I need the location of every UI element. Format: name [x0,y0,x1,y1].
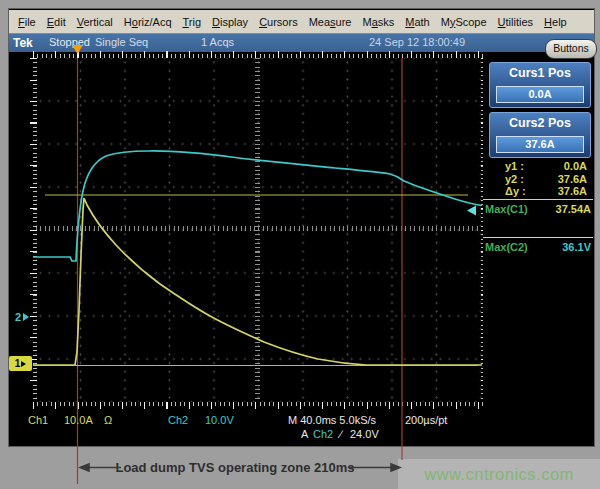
ch1-marker-arrow-icon [21,361,26,367]
menu-item-myscope[interactable]: MyScope [441,16,487,28]
menu-item-display[interactable]: Display [212,16,248,28]
menu-item-trig[interactable]: Trig [183,16,202,28]
cursor1-value-field[interactable]: 0.0A [496,86,584,103]
menu-item-measure[interactable]: Measure [309,16,352,28]
max-c1-value: 37.54A [556,203,591,215]
menu-item-cursors[interactable]: Cursors [259,16,298,28]
cursor1-title: Curs1 Pos [490,66,590,80]
cursor2-position-control[interactable]: Curs2 Pos 37.6A [489,112,591,158]
ch2-label[interactable]: Ch2 [168,414,188,426]
cursor-readout: y1 :0.0A y2 :37.6A Δy :37.6A [493,160,587,198]
ch1-scale[interactable]: 10.0A [64,414,93,426]
menu-item-horizacq[interactable]: Horiz/Acq [124,16,172,28]
ruler-left [30,58,37,402]
ch2-marker-arrow-icon [23,313,29,321]
max-c1-label: Max(C1) [485,203,528,215]
acquisition-mode: Single Seq [95,36,148,48]
max-c2-value: 36.1V [562,241,591,253]
ch1-ground-marker[interactable]: 1 [9,356,32,371]
cursor2-value-field[interactable]: 37.6A [496,136,584,153]
menu-item-edit[interactable]: Edit [47,16,66,28]
menu-item-utilities[interactable]: Utilities [498,16,533,28]
watermark: www.cntronics.com [398,459,600,489]
y2-label: y2 : [493,173,524,186]
trigger-mode: A [301,428,308,440]
panel-separator [483,199,593,200]
menubar-items: FileEditVerticalHoriz/AcqTrigDisplayCurs… [9,10,594,34]
trigger-slope-icon: ∕ [340,428,342,440]
timebase-readout: M 40.0ms 5.0kS/s [288,414,376,426]
y1-value: 0.0A [564,160,587,173]
ch2-scale[interactable]: 10.0V [205,414,234,426]
y1-label: y1 : [493,160,524,173]
ch1-marker-label: 1 [15,358,21,369]
graticule-center-vertical [255,58,260,402]
screenshot-root: FileEditVerticalHoriz/AcqTrigDisplayCurs… [0,0,600,489]
menu-item-file[interactable]: File [18,16,36,28]
ch1-coupling-icon: Ω [104,414,112,426]
load-dump-zone-label: Load dump TVS operating zone 210ms [110,460,360,475]
trigger-level: 24.0V [350,428,379,440]
measurement-max-c1: Max(C1) 37.54A [485,203,591,215]
acquisition-count: 1 Acqs [201,36,234,48]
resolution-readout: 200µs/pt [405,414,447,426]
cursor2-title: Curs2 Pos [490,116,590,130]
dy-label: Δy : [493,185,526,198]
measurement-max-c2: Max(C2) 36.1V [485,241,591,253]
max-c2-label: Max(C2) [485,241,528,253]
y2-value: 37.6A [558,173,587,186]
ruler-top [33,51,487,58]
cursor1-position-control[interactable]: Curs1 Pos 0.0A [489,62,591,108]
menu-item-vertical[interactable]: Vertical [77,16,113,28]
menu-item-math[interactable]: Math [405,16,429,28]
datetime-readout: 24 Sep 12 18:00:49 [369,36,465,48]
status-bar: Tek Stopped Single Seq 1 Acqs 24 Sep 12 … [9,34,594,52]
ch2-ground-marker[interactable]: 2 [15,311,29,323]
dy-value: 37.6A [558,185,587,198]
ch2-marker-label: 2 [15,311,21,323]
acquisition-state: Stopped [49,36,90,48]
trigger-source: Ch2 [313,428,333,440]
panel-separator [483,237,593,238]
watermark-text: www.cntronics.com [424,465,574,484]
tek-logo: Tek [13,36,33,50]
menu-item-help[interactable]: Help [544,16,567,28]
ruler-bottom [33,402,487,409]
menu-item-masks[interactable]: Masks [362,16,394,28]
ch1-label[interactable]: Ch1 [28,414,48,426]
right-control-panel: Curs1 Pos 0.0A Curs2 Pos 37.6A y1 :0.0A … [483,52,593,445]
buttons-button[interactable]: Buttons [545,39,597,59]
